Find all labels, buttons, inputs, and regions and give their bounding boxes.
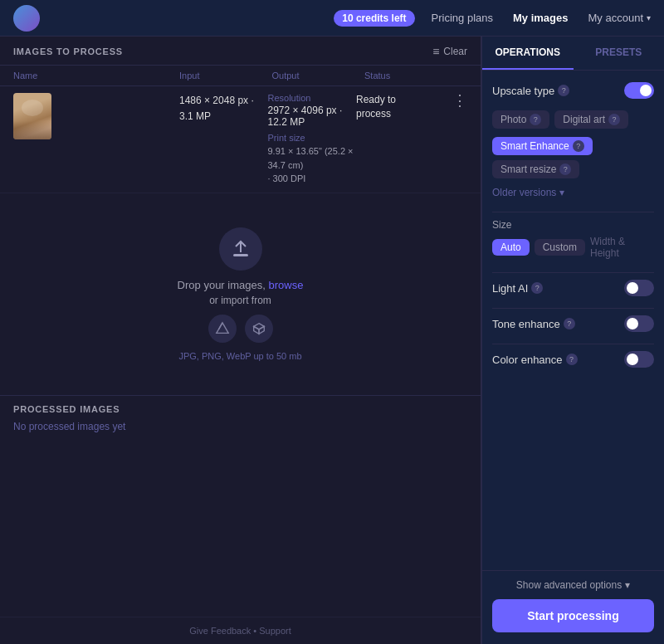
color-enhance-label: Color enhance ? — [492, 354, 578, 366]
clear-button[interactable]: ≡ Clear — [432, 45, 467, 58]
input-cell: 1486 × 2048 px · 3.1 MP — [179, 93, 268, 124]
print-size: 9.91 × 13.65" (25.2 × 34.7 cm)· 300 DPI — [268, 144, 357, 186]
row-actions-menu[interactable]: ⋮ — [447, 93, 467, 108]
images-section-title: IMAGES TO PROCESS — [13, 46, 123, 56]
upscale-type-label: Upscale type ? — [492, 85, 569, 97]
table-header: Name Input Output Status — [0, 66, 481, 86]
status-text: Ready toprocess — [356, 94, 396, 120]
tone-enhance-label: Tone enhance ? — [492, 318, 575, 330]
input-size: 1486 × 2048 px · 3.1 MP — [179, 93, 268, 124]
tab-presets[interactable]: PRESETS — [574, 37, 665, 70]
size-custom-button[interactable]: Custom — [535, 239, 585, 256]
light-ai-row: Light AI ? — [492, 280, 654, 296]
light-ai-toggle[interactable] — [624, 280, 654, 296]
photo-info-icon: ? — [530, 114, 541, 125]
svg-marker-1 — [216, 323, 227, 334]
panel-tabs: OPERATIONS PRESETS — [482, 37, 664, 71]
light-ai-info-icon[interactable]: ? — [531, 282, 543, 294]
tone-enhance-toggle[interactable] — [624, 315, 654, 332]
upscale-type-toggle[interactable] — [624, 82, 654, 99]
col-input: Input — [179, 71, 272, 80]
give-feedback-link[interactable]: Give Feedback — [189, 626, 251, 636]
output-resolution-label: Resolution — [268, 93, 357, 103]
color-enhance-toggle[interactable] — [624, 351, 654, 368]
print-size-label: Print size — [268, 133, 357, 143]
main-layout: IMAGES TO PROCESS ≡ Clear Name Input Out… — [0, 37, 664, 644]
svg-marker-5 — [253, 326, 258, 334]
import-google-drive-button[interactable] — [208, 315, 237, 343]
tone-enhance-info-icon[interactable]: ? — [564, 318, 575, 329]
drop-zone[interactable]: Drop your images, browse or import from — [0, 193, 481, 397]
col-output: Output — [272, 71, 365, 80]
google-drive-icon — [215, 321, 230, 336]
account-label: My account — [588, 12, 643, 24]
size-auto-button[interactable]: Auto — [492, 239, 530, 256]
smart-enhance-info-icon: ? — [573, 140, 584, 152]
my-account-menu[interactable]: My account ▾ — [588, 12, 651, 24]
option-digital-art-button[interactable]: Digital art ? — [554, 110, 628, 129]
tab-operations[interactable]: OPERATIONS — [482, 37, 574, 70]
older-versions-label: Older versions — [492, 187, 556, 198]
table-row: 1486 × 2048 px · 3.1 MP Resolution 2972 … — [0, 86, 481, 193]
credits-badge: 10 credits left — [334, 10, 414, 27]
upscale-type-options: Photo ? Digital art ? — [492, 110, 654, 129]
status-cell: Ready toprocess — [356, 93, 447, 121]
thumbnail — [13, 93, 51, 139]
processed-section-title: PROCESSED IMAGES — [13, 404, 467, 414]
size-section-label: Size — [492, 219, 654, 231]
col-actions — [447, 71, 467, 80]
col-status: Status — [364, 71, 447, 80]
size-wh-label: Width & Height — [590, 236, 654, 259]
upload-icon — [219, 227, 262, 271]
svg-rect-0 — [233, 254, 248, 256]
col-name: Name — [13, 71, 179, 80]
smart-resize-info-icon: ? — [559, 163, 571, 175]
my-images-link[interactable]: My images — [513, 12, 568, 24]
size-section: Size Auto Custom Width & Height — [492, 219, 654, 259]
advanced-options-toggle[interactable]: Show advanced options ▾ — [492, 579, 654, 591]
header-nav: Pricing plans My images My account ▾ — [432, 12, 651, 24]
output-resolution: 2972 × 4096 px · 12.2 MP — [268, 105, 357, 128]
images-section-header: IMAGES TO PROCESS ≡ Clear — [0, 37, 481, 66]
option-smart-resize-button[interactable]: Smart resize ? — [492, 160, 579, 178]
header: 10 credits left Pricing plans My images … — [0, 0, 664, 37]
option-smart-enhance-button[interactable]: Smart Enhance ? — [492, 137, 593, 155]
older-versions-dropdown[interactable]: Older versions ▾ — [492, 187, 654, 198]
color-enhance-info-icon[interactable]: ? — [566, 354, 578, 365]
import-dropbox-button[interactable] — [245, 315, 273, 343]
file-types-label: JPG, PNG, WebP up to 50 mb — [178, 351, 301, 361]
color-enhance-row: Color enhance ? — [492, 351, 654, 368]
processed-section: PROCESSED IMAGES No processed images yet — [0, 396, 481, 447]
chevron-down-icon: ▾ — [625, 579, 630, 591]
light-ai-label: Light AI ? — [492, 282, 543, 295]
filter-icon: ≡ — [432, 45, 439, 58]
upload-arrow-icon — [231, 239, 251, 259]
size-options: Auto Custom Width & Height — [492, 236, 654, 259]
no-processed-label: No processed images yet — [13, 414, 467, 439]
left-panel: IMAGES TO PROCESS ≡ Clear Name Input Out… — [0, 37, 481, 644]
svg-marker-3 — [253, 324, 264, 329]
browse-link[interactable]: browse — [268, 279, 303, 291]
left-footer: Give Feedback • Support — [0, 617, 481, 644]
upscale-info-icon[interactable]: ? — [558, 85, 569, 96]
svg-marker-4 — [259, 326, 264, 334]
output-cell: Resolution 2972 × 4096 px · 12.2 MP Prin… — [268, 93, 357, 186]
start-processing-button[interactable]: Start processing — [492, 599, 654, 632]
svg-line-2 — [218, 323, 222, 329]
chevron-down-icon: ▾ — [647, 13, 651, 22]
option-photo-button[interactable]: Photo ? — [492, 110, 549, 129]
chevron-down-icon: ▾ — [559, 187, 564, 198]
panel-content: Upscale type ? Photo ? Digital art ? — [482, 71, 664, 570]
import-text: or import from — [209, 295, 271, 306]
digital-art-info-icon: ? — [608, 114, 620, 125]
image-name-cell — [13, 93, 179, 139]
pricing-plans-link[interactable]: Pricing plans — [432, 12, 493, 24]
advanced-options-label: Show advanced options — [516, 579, 622, 591]
dropbox-icon — [251, 321, 266, 336]
upscale-type-row: Upscale type ? — [492, 82, 654, 99]
upscale-mode-options: Smart Enhance ? Smart resize ? — [492, 137, 654, 178]
panel-footer: Show advanced options ▾ Start processing — [482, 570, 664, 644]
support-link[interactable]: Support — [259, 626, 291, 636]
drop-text: Drop your images, browse — [178, 279, 304, 291]
right-panel: OPERATIONS PRESETS Upscale type ? Photo — [481, 37, 664, 644]
